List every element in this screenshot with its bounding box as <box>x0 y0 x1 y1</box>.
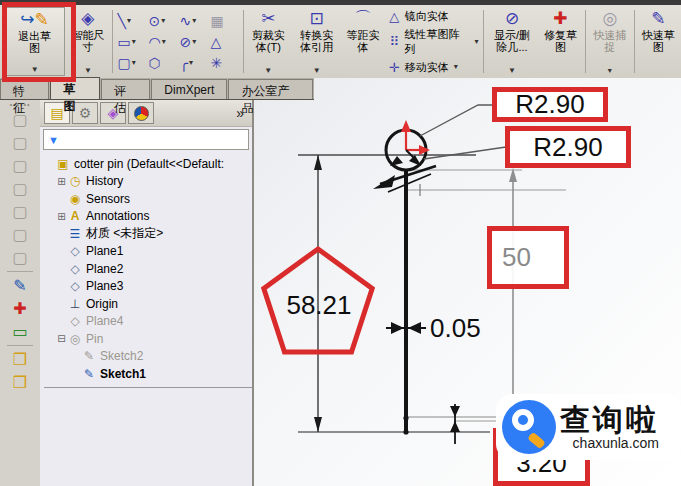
circle-tool-button[interactable]: ⊙▾ <box>147 10 178 31</box>
convert-entities-button[interactable]: ⊡ 转换实 体引用 ▼ <box>292 7 341 76</box>
toolbar-separator <box>585 10 586 73</box>
rapid-sketch-button[interactable]: ✎ 快速草 图 <box>638 7 679 76</box>
tree-item-history[interactable]: ⊞ ◷ History <box>44 173 252 191</box>
dropdown-icon[interactable]: ▾ <box>132 38 136 46</box>
collapse-icon[interactable]: ⊟ <box>56 333 67 344</box>
sketch-endpoint[interactable] <box>403 415 408 420</box>
smart-dimension-button[interactable]: ◈ 智能尺 寸 ▼ <box>67 7 108 76</box>
tab-dimxpert[interactable]: DimXpert <box>151 79 227 99</box>
cube-icon: ▢ <box>12 248 27 267</box>
repair-sketch-button[interactable]: ✚ 修复草 图 <box>539 7 582 76</box>
ellipse-tool-button[interactable]: ⊘▾ <box>178 31 209 52</box>
tree-item-sensors[interactable]: ◉ Sensors <box>44 190 252 208</box>
tree-item-annotations[interactable]: ⊞ A Annotations <box>44 208 252 226</box>
tab-sketch[interactable]: 草图 <box>50 77 99 99</box>
dropdown-icon[interactable]: ▾ <box>132 59 136 67</box>
appearance-manager-tab[interactable] <box>128 102 154 124</box>
filter-funnel-icon: ▼ <box>48 134 59 146</box>
convert-entities-label: 转换实 体引用 <box>300 29 333 53</box>
move-entities-icon: ✛ <box>387 60 402 75</box>
end-arrowhead-down <box>450 406 460 417</box>
smart-dimension-label: 智能尺 寸 <box>71 29 104 53</box>
dropdown-icon[interactable]: ▼ <box>264 67 272 75</box>
dim-text-005[interactable]: 0.05 <box>430 313 481 344</box>
view-tool-button: ▢ <box>7 177 33 200</box>
toolbar-separator <box>634 10 635 73</box>
dropdown-icon[interactable]: ▼ <box>31 66 39 74</box>
dropdown-icon[interactable]: ▾ <box>192 38 196 46</box>
tree-item-origin[interactable]: ⊥ Origin <box>44 295 252 313</box>
trim-entities-button[interactable]: ✂ 剪裁实 体(T) ▼ <box>247 7 290 76</box>
dropdown-icon[interactable]: ▾ <box>189 59 193 67</box>
offset-entities-label: 等距实 体 <box>347 29 380 53</box>
dim-callout-r290-bottom[interactable]: R2.90 <box>505 126 631 168</box>
add-sketch-button[interactable]: ✚ <box>7 297 33 320</box>
expand-icon[interactable]: ⊞ <box>56 211 67 222</box>
tree-item-sketch1[interactable]: ✎ Sketch1 <box>44 365 252 383</box>
move-entity-button[interactable]: ▭ <box>7 320 33 343</box>
arc-tool-button[interactable]: ◠▾ <box>147 31 178 52</box>
tree-item-sketch2[interactable]: ✎ Sketch2 <box>44 348 252 366</box>
view-tool-button: ▢ <box>7 246 33 269</box>
graphics-area[interactable]: R2.90 R2.90 50 58.21 0.05 3.20 查询啦 chaxu… <box>254 78 681 486</box>
move-entities-button[interactable]: ✛ 移动实体 ▾ <box>387 60 479 75</box>
dropdown-icon[interactable]: ▼ <box>508 67 516 75</box>
property-manager-tab[interactable]: ⚙ <box>72 102 98 124</box>
tree-item-material[interactable]: ☰ 材质 <未指定> <box>44 225 252 243</box>
dim-callout-r290-top[interactable]: R2.90 <box>492 87 608 122</box>
exit-sketch-button[interactable]: ↪✎ 退出草 图 ▼ <box>4 7 65 76</box>
magnifier-handle <box>527 432 546 450</box>
plane-icon: ◇ <box>67 262 83 276</box>
dropdown-icon[interactable]: ▼ <box>84 67 92 75</box>
fillet-tool-button[interactable]: ╭▾ <box>178 52 209 73</box>
tree-item-root[interactable]: ▣ cotter pin (Default<<Default: <box>44 155 252 173</box>
tree-item-plane2[interactable]: ◇ Plane2 <box>44 260 252 278</box>
point-tool-button[interactable]: ✳ <box>209 52 240 73</box>
dropdown-icon: ▾ <box>608 67 612 75</box>
slot-tool-button[interactable]: ▢▾ <box>116 52 147 73</box>
rapid-sketch-label: 快速草 图 <box>642 29 675 53</box>
tree-item-plane4[interactable]: ◇ Plane4 <box>44 313 252 331</box>
tab-evaluate[interactable]: 评估 <box>101 79 150 99</box>
slot-icon: ▢ <box>118 56 131 70</box>
quick-snaps-label: 快速捕 捉 <box>593 29 626 53</box>
expand-icon[interactable]: ⊞ <box>56 176 67 187</box>
linear-pattern-button[interactable]: ⠿ 线性草图阵列 ▾ <box>387 27 479 57</box>
left-view-toolbar: •••••• ▢ ▢ ▢ ▢ ▢ ▢ ▢ ✎ ✚ ▭ ❒ ❒ <box>0 100 40 486</box>
part-tool-button[interactable]: ❒ <box>7 348 33 371</box>
tree-item-plane3[interactable]: ◇ Plane3 <box>44 278 252 296</box>
hexagon-tool-button[interactable]: ⬡ <box>147 52 178 73</box>
dim-text-5821[interactable]: 58.21 <box>276 290 362 321</box>
spline-tool-button[interactable]: ∿▾ <box>178 10 209 31</box>
dropdown-icon[interactable]: ▾ <box>162 38 166 46</box>
dropdown-icon[interactable]: ▾ <box>192 17 196 25</box>
tree-splitter[interactable] <box>44 387 252 388</box>
rectangle-tool-button[interactable]: ▭▾ <box>116 31 147 52</box>
sketch-endpoint[interactable] <box>403 429 408 434</box>
material-icon: ☰ <box>67 227 83 241</box>
dropdown-icon[interactable]: ▾ <box>161 17 165 25</box>
dropdown-icon[interactable]: ▾ <box>454 63 458 71</box>
part-icon: ▣ <box>55 157 71 171</box>
toolbar-separator <box>7 345 33 346</box>
dim-value: R2.90 <box>533 132 602 163</box>
offset-entities-button[interactable]: ⌒ 等距实 体 <box>343 7 382 76</box>
tree-item-pin[interactable]: ⊟ ◎ Pin <box>44 330 252 348</box>
mirror-entities-button[interactable]: △ 镜向实体 <box>387 9 479 24</box>
dim-callout-50[interactable]: 50 <box>487 226 569 289</box>
dropdown-icon[interactable]: ▼ <box>313 67 321 75</box>
edit-sketch-button[interactable]: ✎ <box>7 274 33 297</box>
tab-office-products[interactable]: 办公室产品 <box>228 79 313 99</box>
display-delete-relations-button[interactable]: ⊘ 显示/删 除几... ▼ <box>487 7 536 76</box>
polygon-tool-button[interactable]: △ <box>209 31 240 52</box>
dim-value: 58.21 <box>286 290 351 320</box>
tree-filter-input[interactable]: ▼ <box>43 129 249 150</box>
tree-item-plane1[interactable]: ◇ Plane1 <box>44 243 252 261</box>
toolbar-separator <box>483 10 484 73</box>
tab-features[interactable]: 特征 <box>0 79 49 99</box>
feature-tree-icon: ▤ <box>50 105 63 121</box>
part-tool-button[interactable]: ❒ <box>7 371 33 394</box>
dropdown-icon[interactable]: ▾ <box>127 17 131 25</box>
dropdown-icon[interactable]: ▾ <box>474 38 478 46</box>
line-tool-button[interactable]: ╲▾ <box>116 10 147 31</box>
